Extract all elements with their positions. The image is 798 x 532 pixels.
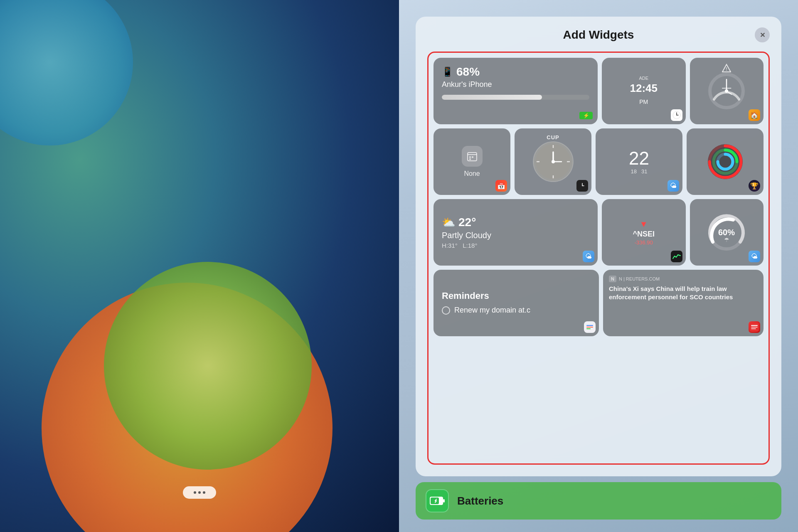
battery-charging-icon: ⚡ bbox=[579, 112, 593, 119]
close-button[interactable]: ✕ bbox=[755, 27, 770, 42]
svg-text:☂: ☂ bbox=[724, 236, 729, 243]
stock-change: -336.90 bbox=[635, 239, 653, 246]
reminder-item: Renew my domain at.c bbox=[442, 305, 591, 315]
dot2 bbox=[198, 491, 201, 494]
svg-rect-44 bbox=[443, 499, 445, 502]
wallpaper-blob-green bbox=[104, 262, 312, 470]
cup-app-icon bbox=[576, 180, 588, 192]
more-options-button[interactable] bbox=[183, 486, 216, 499]
reminder-checkbox[interactable] bbox=[442, 306, 450, 315]
calendar-icon: 📅 bbox=[495, 180, 507, 192]
weather-cloud-icon: ⛅ bbox=[442, 216, 455, 229]
svg-text:!: ! bbox=[726, 67, 727, 71]
cup-clock-svg bbox=[530, 139, 576, 185]
battery-bar-fill bbox=[442, 95, 542, 100]
news-headline: China's Xi says China will help train la… bbox=[609, 285, 758, 301]
clock-app-icon bbox=[671, 109, 682, 121]
humidity-badge: 🌤 bbox=[749, 251, 760, 262]
rings-widget[interactable]: 🏆 bbox=[687, 128, 764, 195]
clock-time: 12:45 PM bbox=[630, 82, 658, 106]
stocks-app-icon bbox=[671, 251, 682, 262]
rings-svg bbox=[702, 139, 748, 185]
stock-name: ^NSEI bbox=[633, 230, 655, 239]
reminders-title: Reminders bbox=[442, 291, 591, 301]
none-widget[interactable]: None 📅 bbox=[433, 128, 510, 195]
modal-panel: Add Widgets ✕ 📱 68% Ankur's iPhone ⚡ bbox=[416, 17, 781, 476]
activity-app-icon: 🏆 bbox=[749, 180, 760, 192]
news-widget[interactable]: N N | REUTERS.COM China's Xi says China … bbox=[603, 270, 764, 336]
wallpaper bbox=[0, 0, 399, 532]
weather-wide-widget[interactable]: ⛅ 22° Partly Cloudy H:31° L:18° 🌤 bbox=[433, 199, 598, 266]
svg-point-23 bbox=[552, 160, 555, 163]
battery-device-name: Ankur's iPhone bbox=[442, 80, 589, 89]
weather-number-widget[interactable]: 22 18 31 🌤 bbox=[596, 128, 682, 195]
widget-grid: 📱 68% Ankur's iPhone ⚡ ADE 12:45 PM bbox=[427, 52, 770, 465]
weather-low-high: 18 31 bbox=[631, 168, 648, 175]
humidity-gauge-svg: 60% ☂ bbox=[704, 209, 749, 255]
battery-icon-row: 📱 68% bbox=[442, 65, 589, 79]
weather-temp-display: 22° bbox=[458, 216, 476, 229]
weather-top-row: ⛅ 22° bbox=[442, 216, 589, 229]
weather-wide-badge: 🌤 bbox=[583, 251, 594, 262]
news-app-icon bbox=[749, 321, 760, 333]
dot3 bbox=[203, 491, 205, 494]
news-source: N N | REUTERS.COM bbox=[609, 276, 758, 282]
home-app-icon: 🏠 bbox=[749, 109, 760, 121]
svg-rect-13 bbox=[472, 156, 473, 158]
modal-title: Add Widgets bbox=[563, 28, 634, 42]
grid-row-4: Reminders Renew my domain at.c bbox=[433, 270, 764, 336]
none-icon bbox=[462, 146, 483, 167]
humidity-widget[interactable]: 60% ☂ 🌤 bbox=[690, 199, 764, 266]
grid-row-1: 📱 68% Ankur's iPhone ⚡ ADE 12:45 PM bbox=[433, 58, 764, 124]
phone-icon: 📱 bbox=[442, 66, 453, 77]
right-panel: Add Widgets ✕ 📱 68% Ankur's iPhone ⚡ bbox=[399, 0, 798, 532]
battery-widget[interactable]: 📱 68% Ankur's iPhone ⚡ bbox=[433, 58, 598, 124]
stock-arrow: ▼ bbox=[640, 219, 648, 229]
grid-row-2: None 📅 CUP bbox=[433, 128, 764, 195]
reminders-widget[interactable]: Reminders Renew my domain at.c bbox=[433, 270, 599, 336]
cup-widget[interactable]: CUP bbox=[515, 128, 591, 195]
stock-widget[interactable]: ▼ ^NSEI -336.90 bbox=[602, 199, 686, 266]
bottom-bar[interactable]: Batteries bbox=[416, 482, 781, 520]
reminder-text: Renew my domain at.c bbox=[454, 305, 530, 315]
news-source-text: N | REUTERS.COM bbox=[619, 276, 660, 281]
svg-rect-12 bbox=[469, 156, 471, 158]
none-label: None bbox=[464, 170, 480, 177]
batteries-label: Batteries bbox=[457, 495, 503, 507]
battery-bar-background bbox=[442, 95, 589, 100]
clock-widget[interactable]: ADE 12:45 PM bbox=[602, 58, 686, 124]
cup-label: CUP bbox=[547, 134, 559, 140]
gauge-widget[interactable]: — 🏠 ! bbox=[690, 58, 764, 124]
dot1 bbox=[194, 491, 196, 494]
svg-rect-14 bbox=[469, 158, 471, 160]
gauge-center: — bbox=[722, 82, 731, 93]
clock-location: ADE bbox=[639, 76, 648, 81]
gauge-dash: — bbox=[722, 82, 731, 93]
modal-header: Add Widgets ✕ bbox=[427, 28, 770, 42]
news-source-icon: N bbox=[609, 276, 616, 282]
battery-percentage: 68% bbox=[456, 65, 480, 79]
wallpaper-blob-blue bbox=[0, 0, 133, 145]
reminders-app-icon bbox=[584, 321, 596, 333]
svg-text:60%: 60% bbox=[718, 228, 735, 237]
weather-high-low: H:31° L:18° bbox=[442, 242, 589, 249]
weather-condition: Partly Cloudy bbox=[442, 231, 589, 240]
grid-row-3: ⛅ 22° Partly Cloudy H:31° L:18° 🌤 ▼ ^NSE… bbox=[433, 199, 764, 266]
batteries-app-icon bbox=[426, 489, 449, 512]
weather-badge-icon: 🌤 bbox=[667, 180, 679, 192]
weather-temp-number: 22 bbox=[629, 149, 649, 167]
warning-icon: ! bbox=[722, 64, 731, 74]
